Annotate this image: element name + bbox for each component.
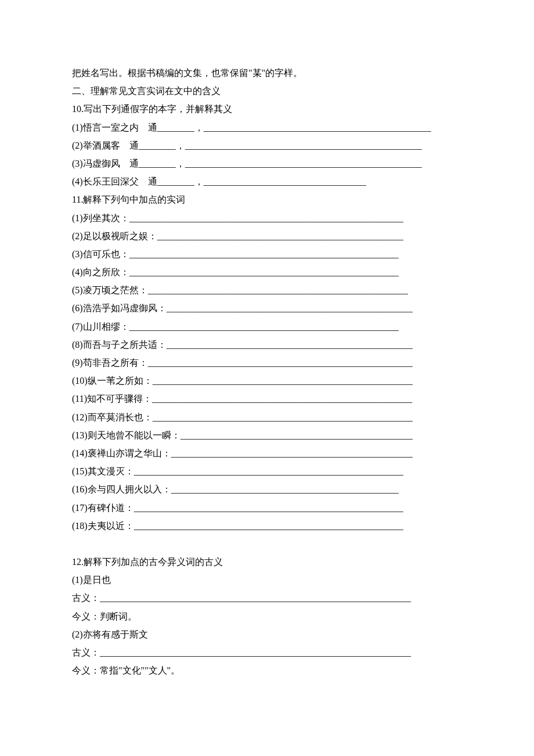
text-line: 把姓名写出。根据书稿编的文集，也常保留"某"的字样。 <box>72 64 462 82</box>
fill-blank-item: (2)足以极视听之娱：_____________________________… <box>72 227 462 245</box>
empty-line <box>72 535 462 553</box>
fill-blank-item: (15)其文漫灭：_______________________________… <box>72 462 462 480</box>
document-page: 把姓名写出。根据书稿编的文集，也常保留"某"的字样。 二、理解常见文言实词在文中… <box>72 64 462 679</box>
fill-blank-item: (2)举酒属客 通________，______________________… <box>72 136 462 154</box>
question-item: (2)亦将有感于斯文 <box>72 625 462 643</box>
fill-blank-item: (9)苟非吾之所有：______________________________… <box>72 354 462 372</box>
fill-blank-item: (10)纵一苇之所如：_____________________________… <box>72 372 462 390</box>
question-heading: 12.解释下列加点的古今异义词的古义 <box>72 553 462 571</box>
fill-blank-item: (8)而吾与子之所共适：____________________________… <box>72 336 462 354</box>
fill-blank-item: (14)褒禅山亦谓之华山：___________________________… <box>72 444 462 462</box>
fill-blank-item: (1)悟言一室之内 通________，____________________… <box>72 118 462 136</box>
fill-blank-item: (4)向之所欣：________________________________… <box>72 263 462 281</box>
fill-blank-item: (17)有碑仆道：_______________________________… <box>72 499 462 517</box>
fill-blank-item: 古义：_____________________________________… <box>72 589 462 607</box>
question-heading: 11.解释下列句中加点的实词 <box>72 190 462 208</box>
fill-blank-item: (5)凌万顷之茫然：______________________________… <box>72 281 462 299</box>
fill-blank-item: (12)而卒莫消长也：_____________________________… <box>72 408 462 426</box>
fill-blank-item: (6)浩浩乎如冯虚御风：____________________________… <box>72 299 462 317</box>
answer-text: 今义：常指"文化""文人"。 <box>72 661 462 679</box>
fill-blank-item: (18)夫夷以近：_______________________________… <box>72 517 462 535</box>
fill-blank-item: 古义：_____________________________________… <box>72 643 462 661</box>
fill-blank-item: (4)长乐王回深父 通________，____________________… <box>72 172 462 190</box>
question-heading: 10.写出下列通假字的本字，并解释其义 <box>72 100 462 118</box>
fill-blank-item: (3)冯虚御风 通________，______________________… <box>72 154 462 172</box>
question-item: (1)是日也 <box>72 571 462 589</box>
fill-blank-item: (1)列坐其次：________________________________… <box>72 209 462 227</box>
fill-blank-item: (7)山川相缪：________________________________… <box>72 318 462 336</box>
fill-blank-item: (11)知不可乎骤得：_____________________________… <box>72 390 462 408</box>
answer-text: 今义：判断词。 <box>72 607 462 625</box>
section-heading: 二、理解常见文言实词在文中的含义 <box>72 82 462 100</box>
fill-blank-item: (16)余与四人拥火以入：___________________________… <box>72 480 462 498</box>
fill-blank-item: (13)则天地曾不能以一瞬：__________________________… <box>72 426 462 444</box>
fill-blank-item: (3)信可乐也：________________________________… <box>72 245 462 263</box>
